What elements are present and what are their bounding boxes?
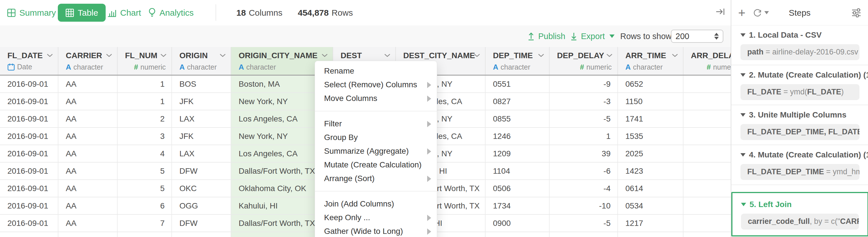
cell-arr-delay[interactable] [683, 76, 731, 93]
cell-dep-time[interactable]: 1719 [486, 232, 550, 237]
menu-item-keep-only[interactable]: Keep Only ... [315, 211, 437, 225]
cell-carrier[interactable]: AA [58, 215, 118, 232]
chevron-down-icon[interactable] [384, 53, 391, 57]
cell-dep-delay[interactable]: -5 [550, 215, 618, 232]
rows-to-show-select[interactable]: 200 [671, 30, 723, 43]
step-3-unite-multiple-columns[interactable]: 3. Unite Multiple Columns FL_DATE_DEP_TI… [731, 105, 868, 145]
cell-fl-num[interactable]: 4 [118, 145, 172, 162]
cell-carrier[interactable]: AA [58, 145, 118, 162]
cell-origin[interactable]: DFW [172, 215, 231, 232]
chevron-down-icon[interactable] [473, 53, 480, 57]
chevron-down-icon[interactable] [219, 53, 226, 57]
cell-dep-delay[interactable]: -4 [550, 180, 618, 197]
cell-arr-delay[interactable] [683, 215, 731, 232]
cell-fl-date[interactable]: 2016-09-01 [0, 215, 58, 232]
cell-dep-delay[interactable]: -10 [550, 198, 618, 214]
cell-origin[interactable]: JFK [172, 128, 231, 144]
cell-carrier[interactable]: AA [58, 232, 118, 237]
menu-item-filter[interactable]: Filter [315, 117, 437, 131]
step-collapse-caret-icon[interactable] [740, 73, 746, 77]
cell-arr-time[interactable]: 2025 [618, 145, 683, 162]
cell-dep-time[interactable]: 0855 [486, 110, 550, 127]
cell-arr-time[interactable]: 1423 [618, 163, 683, 179]
cell-origin[interactable]: LAX [172, 145, 231, 162]
tab-chart[interactable]: Chart [107, 0, 141, 25]
tab-summary[interactable]: Summary [7, 0, 56, 25]
cell-dep-delay[interactable]: -5 [550, 110, 618, 127]
cell-fl-num[interactable]: 7 [118, 215, 172, 232]
cell-origin[interactable]: OGG [172, 198, 231, 214]
chevron-down-icon[interactable] [106, 53, 113, 57]
step-collapse-caret-icon[interactable] [740, 33, 746, 37]
column-header-arr-delay[interactable]: ARR_DELAY # numeric [683, 47, 731, 75]
cell-carrier[interactable]: AA [58, 180, 118, 197]
cell-carrier[interactable]: AA [58, 93, 118, 110]
cell-arr-delay[interactable] [683, 180, 731, 197]
cell-fl-date[interactable]: 2016-09-01 [0, 110, 58, 127]
tab-analytics[interactable]: Analytics [148, 0, 194, 25]
publish-button[interactable]: Publish [527, 25, 565, 47]
cell-dep-time[interactable]: 1104 [486, 163, 550, 179]
column-header-origin[interactable]: ORIGIN A character [172, 47, 231, 75]
chevron-down-icon[interactable] [672, 53, 678, 57]
sliders-settings-icon[interactable] [851, 0, 862, 25]
spinner-icon[interactable] [714, 33, 719, 40]
cell-fl-date[interactable]: 2016-09-01 [0, 93, 58, 110]
cell-fl-num[interactable]: 1 [118, 76, 172, 93]
cell-carrier[interactable]: AA [58, 198, 118, 214]
chevron-down-icon[interactable] [538, 53, 545, 57]
cell-fl-date[interactable]: 2016-09-01 [0, 128, 58, 144]
cell-arr-time[interactable]: 0614 [618, 180, 683, 197]
step-5-left-join-selected[interactable]: 5. Left Join carrier_code_full, by = c("… [731, 192, 868, 236]
menu-item-arrange-sort[interactable]: Arrange (Sort) [315, 172, 437, 185]
cell-dep-delay[interactable]: 39 [550, 145, 618, 162]
step-4-mutate[interactable]: 4. Mutate (Create Calculation) (1) FL_DA… [731, 145, 868, 185]
cell-arr-delay[interactable] [683, 93, 731, 110]
cell-arr-time[interactable]: 0528 [618, 232, 683, 237]
cell-dep-time[interactable]: 1246 [486, 128, 550, 144]
cell-dep-delay[interactable]: -3 [550, 93, 618, 110]
cell-arr-time[interactable]: 1217 [618, 215, 683, 232]
cell-fl-date[interactable]: 2016-09-01 [0, 198, 58, 214]
cell-dep-time[interactable]: 0827 [486, 93, 550, 110]
chevron-down-icon[interactable] [321, 53, 328, 57]
cell-origin[interactable]: JFK [172, 93, 231, 110]
cell-fl-date[interactable]: 2016-09-01 [0, 145, 58, 162]
cell-dep-time[interactable]: 1734 [486, 198, 550, 214]
menu-item-summarize[interactable]: Summarize (Aggregate) [315, 144, 437, 158]
cell-carrier[interactable]: AA [58, 110, 118, 127]
chevron-down-icon[interactable] [46, 53, 53, 57]
column-header-dep-delay[interactable]: DEP_DELAY # numeric [550, 47, 618, 75]
cell-dep-time[interactable]: 0506 [486, 180, 550, 197]
cell-fl-date[interactable]: 2016-09-01 [0, 163, 58, 179]
cell-fl-num[interactable]: 3 [118, 128, 172, 144]
step-detail-pill[interactable]: FL_DATE = ymd(FL_DATE) [740, 84, 860, 100]
menu-item-join[interactable]: Join (Add Columns) [315, 197, 437, 211]
cell-arr-time[interactable]: 1535 [618, 128, 683, 144]
cell-dep-time[interactable]: 0900 [486, 215, 550, 232]
step-collapse-caret-icon[interactable] [740, 153, 746, 157]
cell-origin[interactable]: LAX [172, 110, 231, 127]
column-header-dep-time[interactable]: DEP_TIME A character [486, 47, 550, 75]
column-header-fl-num[interactable]: FL_NUM # numeric [118, 47, 172, 75]
column-header-arr-time[interactable]: ARR_TIME A character [618, 47, 683, 75]
cell-fl-num[interactable]: 8 [118, 232, 172, 237]
menu-item-move-columns[interactable]: Move Columns [315, 91, 437, 105]
step-collapse-caret-icon[interactable] [740, 113, 746, 117]
chevron-down-icon[interactable] [606, 53, 613, 57]
cell-fl-num[interactable]: 1 [118, 93, 172, 110]
cell-fl-num[interactable]: 6 [118, 198, 172, 214]
cell-dep-delay[interactable]: 1 [550, 128, 618, 144]
cell-carrier[interactable]: AA [58, 163, 118, 179]
cell-fl-num[interactable]: 2 [118, 110, 172, 127]
step-collapse-caret-icon[interactable] [741, 203, 746, 206]
cell-origin[interactable]: BOS [172, 76, 231, 93]
cell-fl-num[interactable]: 5 [118, 163, 172, 179]
menu-item-mutate[interactable]: Mutate (Create Calculation) [315, 158, 437, 172]
cell-arr-delay[interactable] [683, 110, 731, 127]
step-detail-pill[interactable]: carrier_code_full, by = c("CARRIE… [741, 214, 859, 230]
cell-fl-date[interactable]: 2016-09-01 [0, 180, 58, 197]
cell-carrier[interactable]: AA [58, 76, 118, 93]
cell-fl-num[interactable]: 5 [118, 180, 172, 197]
step-1-local-data-csv[interactable]: 1. Local Data - CSV path = airline-delay… [731, 25, 868, 65]
